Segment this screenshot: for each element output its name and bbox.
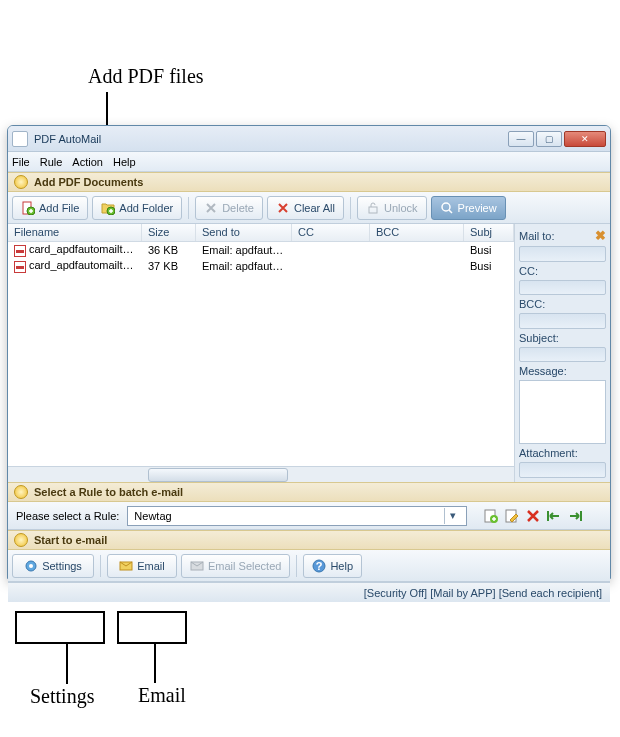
attachment-input[interactable] — [519, 462, 606, 478]
section-select-rule: Select a Rule to batch e-mail — [8, 482, 610, 502]
section-add-docs-label: Add PDF Documents — [34, 176, 143, 188]
col-size[interactable]: Size — [142, 224, 196, 241]
callout-line — [66, 644, 68, 684]
preview-button[interactable]: Preview — [431, 196, 506, 220]
bcc-input[interactable] — [519, 313, 606, 329]
menu-action[interactable]: Action — [72, 156, 103, 168]
section-icon — [14, 533, 28, 547]
close-button[interactable]: ✕ — [564, 131, 606, 147]
col-bcc[interactable]: BCC — [370, 224, 464, 241]
unlock-button[interactable]: Unlock — [357, 196, 427, 220]
preview-icon — [440, 201, 454, 215]
rule-export-icon[interactable] — [567, 508, 583, 524]
status-text: [Security Off] [Mail by APP] [Send each … — [364, 587, 602, 599]
file-list-area: Filename Size Send to CC BCC Subj card_a… — [8, 224, 515, 482]
subject-label: Subject: — [519, 332, 569, 344]
col-cc[interactable]: CC — [292, 224, 370, 241]
window-title: PDF AutoMail — [34, 133, 508, 145]
table-row[interactable]: card_apdfautomailtest2 37 KB Email: apdf… — [8, 258, 514, 274]
mail-panel: Mail to:✖ CC: BCC: Subject: Message: Att… — [515, 224, 610, 482]
menu-file[interactable]: File — [12, 156, 30, 168]
attachment-label: Attachment: — [519, 447, 578, 459]
callout-line — [106, 92, 108, 126]
toolbar-start: Settings Email Email Selected ?Help — [8, 550, 610, 582]
settings-button[interactable]: Settings — [12, 554, 94, 578]
mailto-input[interactable] — [519, 246, 606, 262]
file-list[interactable]: card_apdfautomailtest1 36 KB Email: apdf… — [8, 242, 514, 466]
cc-label: CC: — [519, 265, 569, 277]
menu-help[interactable]: Help — [113, 156, 136, 168]
unlock-icon — [366, 201, 380, 215]
email-selected-icon — [190, 559, 204, 573]
subject-input[interactable] — [519, 347, 606, 363]
section-icon — [14, 485, 28, 499]
bcc-label: BCC: — [519, 298, 569, 310]
rule-edit-icon[interactable] — [504, 508, 520, 524]
minimize-button[interactable]: — — [508, 131, 534, 147]
annotation-settings: Settings — [30, 685, 94, 708]
delete-icon — [204, 201, 218, 215]
rule-row: Please select a Rule: Newtag ▾ — [8, 502, 610, 530]
status-bar: [Security Off] [Mail by APP] [Send each … — [8, 582, 610, 602]
horizontal-scrollbar[interactable] — [8, 466, 514, 482]
table-row[interactable]: card_apdfautomailtest1 36 KB Email: apdf… — [8, 242, 514, 258]
help-icon: ? — [312, 559, 326, 573]
pdf-icon — [14, 261, 26, 273]
app-window: PDF AutoMail — ▢ ✕ File Rule Action Help… — [7, 125, 611, 579]
rule-select[interactable]: Newtag ▾ — [127, 506, 467, 526]
clear-all-icon — [276, 201, 290, 215]
main-content: Filename Size Send to CC BCC Subj card_a… — [8, 224, 610, 482]
column-headers: Filename Size Send to CC BCC Subj — [8, 224, 514, 242]
help-button[interactable]: ?Help — [303, 554, 362, 578]
delete-button[interactable]: Delete — [195, 196, 263, 220]
svg-text:?: ? — [316, 560, 323, 572]
scrollbar-thumb[interactable] — [148, 468, 288, 482]
rule-action-icons — [483, 508, 583, 524]
annotation-email: Email — [138, 684, 186, 707]
section-start: Start to e-mail — [8, 530, 610, 550]
message-textarea[interactable] — [519, 380, 606, 444]
gear-icon — [24, 559, 38, 573]
rule-import-icon[interactable] — [546, 508, 562, 524]
menubar: File Rule Action Help — [8, 152, 610, 172]
email-icon — [119, 559, 133, 573]
add-file-icon — [21, 201, 35, 215]
titlebar[interactable]: PDF AutoMail — ▢ ✕ — [8, 126, 610, 152]
clear-all-button[interactable]: Clear All — [267, 196, 344, 220]
email-button[interactable]: Email — [107, 554, 177, 578]
section-icon — [14, 175, 28, 189]
mailto-label: Mail to: — [519, 230, 569, 242]
callout-line — [154, 644, 156, 683]
pdf-icon — [14, 245, 26, 257]
col-sendto[interactable]: Send to — [196, 224, 292, 241]
section-select-rule-label: Select a Rule to batch e-mail — [34, 486, 183, 498]
callout-box-email — [117, 611, 187, 644]
annotation-add-pdf: Add PDF files — [88, 65, 204, 88]
section-add-docs: Add PDF Documents — [8, 172, 610, 192]
cc-input[interactable] — [519, 280, 606, 296]
add-file-button[interactable]: Add File — [12, 196, 88, 220]
rule-selected-value: Newtag — [134, 510, 171, 522]
maximize-button[interactable]: ▢ — [536, 131, 562, 147]
section-start-label: Start to e-mail — [34, 534, 107, 546]
col-subject[interactable]: Subj — [464, 224, 514, 241]
svg-rect-3 — [369, 207, 377, 213]
add-folder-button[interactable]: Add Folder — [92, 196, 182, 220]
rule-add-icon[interactable] — [483, 508, 499, 524]
svg-point-4 — [442, 203, 450, 211]
menu-rule[interactable]: Rule — [40, 156, 63, 168]
email-selected-button[interactable]: Email Selected — [181, 554, 290, 578]
toolbar-add: Add File Add Folder Delete Clear All Unl… — [8, 192, 610, 224]
callout-box-settings — [15, 611, 105, 644]
add-folder-icon — [101, 201, 115, 215]
message-label: Message: — [519, 365, 569, 377]
rule-delete-icon[interactable] — [525, 508, 541, 524]
svg-point-9 — [29, 564, 33, 568]
panel-close-icon[interactable]: ✖ — [595, 228, 606, 243]
rule-label: Please select a Rule: — [16, 510, 119, 522]
app-icon — [12, 131, 28, 147]
chevron-down-icon: ▾ — [444, 508, 460, 524]
col-filename[interactable]: Filename — [8, 224, 142, 241]
